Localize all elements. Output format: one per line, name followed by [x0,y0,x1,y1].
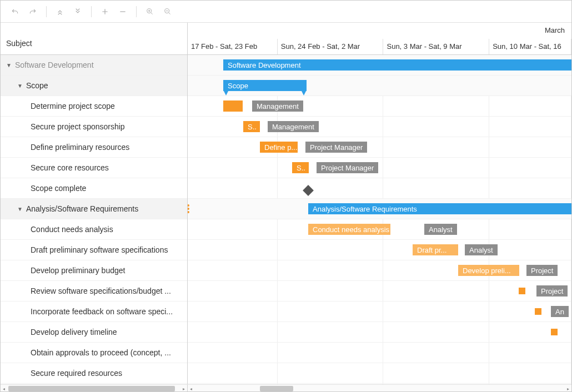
timeline-tick: Sun, 10 Mar - Sat, 16 [489,39,571,54]
group-row[interactable]: ▼Analysis/Software Requirements [1,199,187,219]
summary-bar[interactable]: Analysis/Software Requirements [308,203,571,214]
add-button[interactable] [97,4,113,19]
toolbar [1,1,571,23]
row-label: Develop delivery timeline [31,328,117,336]
task-row[interactable]: Secure required resources [1,363,187,384]
scroll-left-arrow-icon[interactable]: ◂ [1,385,7,392]
gantt-scrollbar[interactable]: ◂ ▸ [188,385,571,392]
task-row[interactable]: Draft preliminary software specification… [1,240,187,260]
scroll-right-arrow-icon[interactable]: ▸ [565,385,571,392]
gantt-row: S..Project Manager [188,158,571,178]
redo-button[interactable] [25,4,41,19]
subject-column-header[interactable]: Subject [1,23,188,54]
chevron-down-icon[interactable]: ▼ [17,206,23,212]
row-label: Review software specifications/budget ..… [31,287,171,295]
gantt-row: Scope [188,76,571,96]
milestone-diamond[interactable] [303,185,314,196]
row-label: Scope complete [31,184,86,193]
task-row[interactable]: Obtain approvals to proceed (concept, ..… [1,343,187,363]
gantt-row: Analysis/Software Requirements [188,199,571,219]
task-bar[interactable] [535,308,541,315]
timeline-tick: Sun, 3 Mar - Sat, 9 Mar [383,39,489,54]
summary-bar[interactable]: Software Development [223,59,571,71]
task-bar[interactable] [223,100,243,112]
task-bar[interactable] [519,288,525,294]
scroll-left-arrow-icon[interactable]: ◂ [188,385,194,392]
task-bar[interactable] [551,329,558,335]
scrollbar-thumb[interactable] [260,386,293,391]
task-row[interactable]: Incorporate feedback on software speci..… [1,301,187,322]
task-row[interactable]: Secure project sponsorship [1,117,187,137]
row-label: Secure project sponsorship [31,122,125,131]
group-row[interactable]: ▼Software Development [1,55,187,76]
row-label: Define preliminary resources [31,143,129,152]
task-bar[interactable]: S.. [243,121,260,132]
group-row[interactable]: ▼Scope [1,76,187,96]
task-bar[interactable]: Draft pr... [413,244,458,255]
toolbar-separator [91,6,92,17]
gantt-row: Define p...Project Manager [188,137,571,158]
gantt-row: Draft pr...Analyst [188,240,571,260]
collapse-all-button[interactable] [52,4,68,19]
gantt-row: An [188,301,571,322]
scrollbar-thumb[interactable] [8,386,175,391]
gantt-row: Management [188,96,571,117]
expand-all-button[interactable] [70,4,86,19]
timeline-tick: Sun, 24 Feb - Sat, 2 Mar [278,39,384,54]
task-row[interactable]: Develop preliminary budget [1,260,187,281]
gantt-chart: Software DevelopmentScopeManagementS..Ma… [188,55,571,384]
task-row[interactable]: Define preliminary resources [1,137,187,158]
gantt-row [188,178,571,199]
undo-button[interactable] [7,4,23,19]
row-label: Obtain approvals to proceed (concept, ..… [31,348,171,357]
row-label: Analysis/Software Requirements [26,204,138,213]
task-row[interactable]: Develop delivery timeline [1,322,187,343]
gantt-row [188,363,571,384]
gantt-row: Conduct needs analysisAnalyst [188,219,571,240]
row-label: Develop preliminary budget [31,266,125,275]
assignee-tag: Project [526,265,558,276]
remove-button[interactable] [115,4,131,19]
row-label: Conduct needs analysis [31,225,113,234]
timeline-tick: 17 Feb - Sat, 23 Feb [188,39,278,54]
chevron-down-icon[interactable]: ▼ [6,62,12,68]
assignee-tag: Project Manager [317,162,378,173]
assignee-tag: Project [536,285,568,296]
assignee-tag: Analyst [424,224,457,235]
task-row[interactable]: Determine project scope [1,96,187,117]
gantt-row [188,322,571,343]
zoom-in-button[interactable] [142,4,158,19]
tree-scrollbar[interactable]: ◂ ▸ [1,385,188,392]
task-bar[interactable]: Define p... [260,142,298,153]
assignee-tag: Analyst [465,244,498,255]
gantt-row [188,343,571,363]
task-row[interactable]: Conduct needs analysis [1,219,187,240]
scrollbar-row: ◂ ▸ ◂ ▸ [1,384,571,392]
task-bar[interactable]: Develop preli... [458,265,519,276]
task-row[interactable]: Scope complete [1,178,187,199]
chevron-down-icon[interactable]: ▼ [17,83,23,89]
task-bar[interactable]: S.. [292,162,309,173]
summary-bar[interactable]: Scope [223,80,307,91]
gantt-row: Develop preli...Project [188,260,571,281]
task-tree: ▼Software Development▼ScopeDetermine pro… [1,55,188,384]
timeline-ticks: 17 Feb - Sat, 23 FebSun, 24 Feb - Sat, 2… [188,39,571,54]
row-label: Secure core resources [31,163,109,172]
row-label: Software Development [15,61,94,69]
assignee-tag: An [551,306,569,317]
timeline-header: March 17 Feb - Sat, 23 FebSun, 24 Feb - … [188,23,571,54]
row-label: Secure required resources [31,369,122,378]
row-label: Scope [26,81,48,90]
assignee-tag: Management [268,121,319,132]
task-row[interactable]: Review software specifications/budget ..… [1,281,187,301]
gantt-row: S..Management [188,117,571,137]
scroll-right-arrow-icon[interactable]: ▸ [180,385,187,392]
task-row[interactable]: Secure core resources [1,158,187,178]
assignee-tag: Management [252,100,303,112]
zoom-out-button[interactable] [160,4,175,19]
task-bar[interactable]: Conduct needs analysis [308,224,390,235]
gantt-row: Software Development [188,55,571,76]
row-label: Determine project scope [31,102,115,110]
drag-handle-icon[interactable] [188,204,190,213]
month-label: March [545,26,565,34]
